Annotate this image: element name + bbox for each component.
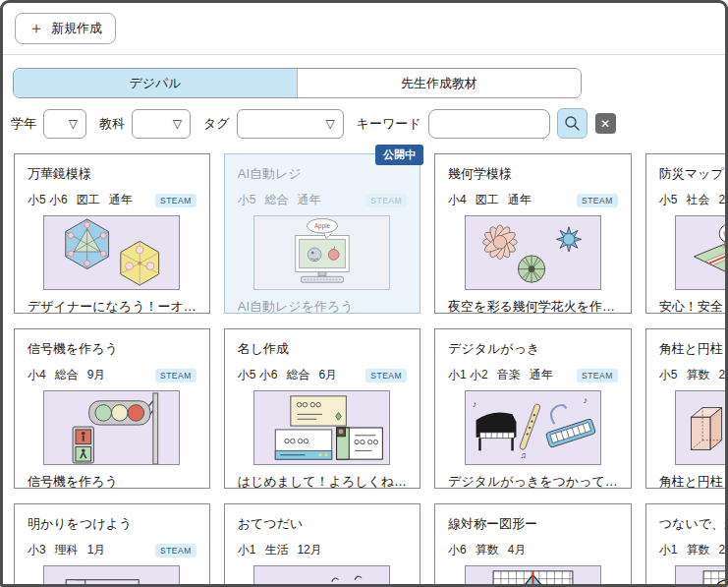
- card-title: 信号機を作ろう: [28, 340, 196, 358]
- card-period: 6月: [318, 367, 337, 383]
- instruments-image: ♪ ♪ ♫: [466, 391, 600, 464]
- card-caption: デザイナーになろう！ーオ…: [28, 298, 196, 316]
- keyword-filter-label: キーワード: [357, 115, 421, 133]
- card-title: おてつだい: [238, 515, 407, 533]
- card-meta: 小4 図工 通年 STEAM: [448, 192, 618, 208]
- card-thumbnail: Apple: [253, 215, 390, 290]
- circuit-image: [44, 566, 179, 587]
- search-button[interactable]: [557, 108, 588, 139]
- material-card[interactable]: 公開中 信号機を作ろう 小4 総合 9月 STEAM 信号機を作ろう: [14, 328, 210, 489]
- card-subject: 総合: [55, 367, 79, 383]
- symmetry-image: [466, 566, 600, 587]
- card-thumbnail: [465, 215, 601, 290]
- material-card[interactable]: 公開中 おてつだい 小1 生活 12月 STEAM: [224, 503, 420, 587]
- subject-select[interactable]: ▽: [132, 109, 191, 139]
- svg-text:♪: ♪: [584, 395, 588, 405]
- material-card[interactable]: 公開中 幾何学模様 小4 図工 通年 STEAM 夜空を彩る幾何学花火を作…: [434, 153, 632, 314]
- close-icon: ✕: [600, 118, 610, 130]
- card-thumbnail: [43, 390, 180, 465]
- material-card[interactable]: 公開中 角柱と円柱 小5 算数 2月 STEAM 角柱と円柱: [645, 328, 728, 489]
- card-thumbnail: [675, 390, 728, 465]
- card-grade: 小6: [448, 542, 467, 558]
- new-create-button[interactable]: ＋ 新規作成: [15, 13, 116, 44]
- material-card[interactable]: 公開中 つないで、かたちづくり（… 小1 算数 2月 STEAM: [645, 503, 728, 587]
- material-card[interactable]: 公開中 明かりをつけよう 小3 理科 1月 STEAM: [14, 503, 210, 587]
- svg-text:♪: ♪: [473, 399, 476, 409]
- map-image: [676, 216, 728, 289]
- card-title: 線対称ー図形ー: [448, 515, 618, 533]
- grade-filter-label: 学年: [11, 115, 36, 133]
- card-meta: 小5 算数 2月 STEAM: [659, 367, 728, 383]
- card-title: AI自動レジ: [238, 165, 407, 183]
- card-meta: 小1 算数 2月 STEAM: [659, 542, 728, 558]
- card-subject: 社会: [686, 192, 709, 208]
- clear-search-button[interactable]: ✕: [595, 113, 616, 134]
- card-period: 1月: [87, 542, 106, 558]
- name-card-image: [254, 391, 389, 464]
- tag-select[interactable]: ▽: [237, 109, 344, 139]
- card-grade: 小5: [659, 192, 678, 208]
- material-card[interactable]: 公開中 デジタルがっき 小1 小2 音楽 通年 STEAM ♪ ♪ ♫ デジタル…: [434, 328, 632, 489]
- card-period: 2月: [718, 367, 728, 383]
- card-meta: 小6 算数 4月 STEAM: [448, 542, 618, 558]
- chevron-down-icon: ▽: [325, 117, 334, 131]
- card-subject: 総合: [286, 367, 309, 383]
- filter-bar: 学年 ▽ 教科 ▽ タグ ▽ キーワード ✕: [11, 108, 725, 139]
- tag-filter-label: タグ: [203, 115, 230, 133]
- grade-select[interactable]: ▽: [43, 109, 86, 139]
- card-grade: 小1 小2: [448, 367, 488, 383]
- material-card[interactable]: 公開中 AI自動レジ 小5 総合 通年 STEAM Apple AI自動レジを作…: [224, 153, 420, 314]
- card-subject: 算数: [686, 367, 709, 383]
- app-window: ＋ 新規作成 デジパル 先生作成教材 学年 ▽ 教科 ▽ タグ ▽ キーワード …: [0, 0, 728, 587]
- material-card-grid: 公開中 万華鏡模様 小5 小6 図工 通年 STEAM デザイナーになろう！ーオ…: [3, 153, 725, 587]
- card-subject: 図工: [476, 192, 499, 208]
- card-thumbnail: [465, 565, 601, 587]
- card-grade: 小4: [448, 192, 467, 208]
- steam-badge: STEAM: [577, 194, 618, 207]
- card-caption: 安心！安全！防災MAPで地…: [659, 298, 728, 316]
- card-period: 12月: [297, 542, 321, 558]
- search-icon: [564, 115, 581, 132]
- tab-teacher-materials[interactable]: 先生作成教材: [297, 69, 581, 97]
- steam-badge: STEAM: [155, 544, 196, 558]
- card-period: 4月: [508, 542, 527, 558]
- keyword-input[interactable]: [428, 109, 550, 139]
- tab-digipal[interactable]: デジパル: [14, 69, 297, 97]
- card-thumbnail: [675, 565, 728, 587]
- material-card[interactable]: 公開中 万華鏡模様 小5 小6 図工 通年 STEAM デザイナーになろう！ーオ…: [14, 153, 210, 314]
- subject-filter-label: 教科: [99, 115, 125, 133]
- card-meta: 小3 理科 1月 STEAM: [28, 542, 196, 558]
- card-subject: 理科: [55, 542, 79, 558]
- prisms-image: [676, 391, 728, 464]
- material-card[interactable]: 公開中 防災マップ 小5 社会 2月 STEAM 安心！安全！防災MAPで地…: [645, 153, 728, 314]
- card-period: 通年: [508, 192, 532, 208]
- card-meta: 小5 総合 通年 STEAM: [238, 192, 407, 208]
- card-thumbnail: ♪ ♪ ♫: [465, 390, 601, 465]
- steam-badge: STEAM: [577, 369, 618, 382]
- card-subject: 算数: [476, 542, 499, 558]
- card-grade: 小5 小6: [238, 367, 278, 383]
- card-grade: 小5: [659, 367, 678, 383]
- ai-register-image: Apple: [254, 216, 389, 289]
- card-subject: 算数: [686, 542, 709, 558]
- card-period: 2月: [718, 192, 728, 208]
- kaleidoscope-image: [44, 216, 179, 289]
- card-meta: 小5 小6 総合 6月 STEAM: [238, 367, 407, 383]
- card-period: 通年: [297, 192, 320, 208]
- material-card[interactable]: 公開中 線対称ー図形ー 小6 算数 4月 STEAM: [434, 503, 632, 587]
- chores-image: [254, 566, 389, 587]
- steam-badge: STEAM: [155, 369, 196, 382]
- card-title: 明かりをつけよう: [28, 515, 196, 533]
- material-card[interactable]: 公開中 名し作成 小5 小6 総合 6月 STEAM はじ: [224, 328, 420, 489]
- card-title: デジタルがっき: [448, 340, 618, 358]
- card-caption: 夜空を彩る幾何学花火を作…: [448, 298, 618, 316]
- plus-icon: ＋: [28, 21, 44, 36]
- steam-badge: STEAM: [365, 194, 407, 207]
- card-period: 9月: [87, 367, 106, 383]
- card-grade: 小5 小6: [28, 192, 68, 208]
- card-thumbnail: [253, 565, 390, 587]
- card-meta: 小5 社会 2月 STEAM: [659, 192, 728, 208]
- card-title: 名し作成: [238, 340, 407, 358]
- traffic-light-image: [44, 391, 179, 464]
- card-caption: デジタルがっきをつかって…: [448, 473, 618, 491]
